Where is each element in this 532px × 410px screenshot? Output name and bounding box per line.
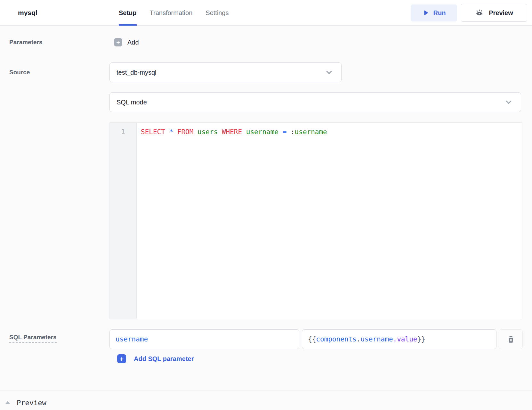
source-label: Source	[9, 69, 30, 76]
preview-button-label: Preview	[489, 9, 513, 17]
query-editor-panel: mysql Setup Transformation Settings Run	[0, 0, 532, 410]
add-sql-parameter-button[interactable]: + Add SQL parameter	[117, 354, 194, 363]
trash-icon	[507, 335, 515, 343]
header-actions: Run Preview	[411, 0, 527, 26]
header: mysql Setup Transformation Settings Run	[0, 0, 532, 26]
editor-gutter: 1	[110, 123, 137, 319]
sql-parameters-label: SQL Parameters	[9, 334, 57, 343]
query-title: mysql	[18, 0, 37, 26]
chevron-down-icon	[325, 68, 334, 77]
preview-panel-label: Preview	[17, 399, 46, 407]
eye-icon	[475, 9, 484, 17]
tab-bar: Setup Transformation Settings	[119, 0, 229, 26]
delete-parameter-button[interactable]	[499, 329, 523, 349]
run-button[interactable]: Run	[411, 4, 457, 21]
tab-transformation[interactable]: Transformation	[150, 0, 193, 26]
run-button-label: Run	[433, 9, 446, 17]
sql-code-editor[interactable]: 1 SELECT * FROM users WHERE username = :…	[109, 122, 522, 319]
tab-setup[interactable]: Setup	[119, 0, 137, 26]
source-selected-value: test_db-mysql	[117, 69, 157, 76]
sql-parameter-value-input[interactable]: {{components.username.value}}	[302, 329, 496, 349]
query-mode-selected-value: SQL mode	[117, 99, 147, 106]
add-sql-parameter-label: Add SQL parameter	[134, 355, 194, 363]
add-parameter-button[interactable]: + Add	[114, 38, 139, 46]
sql-parameter-key-value: username	[116, 335, 148, 343]
plus-icon: +	[114, 38, 122, 46]
preview-panel-toggle[interactable]: Preview	[5, 397, 46, 408]
chevron-down-icon	[504, 98, 513, 107]
footer-divider	[0, 390, 532, 390]
line-number: 1	[121, 127, 125, 135]
parameters-label: Parameters	[9, 39, 43, 46]
sql-parameter-key-input[interactable]: username	[109, 329, 299, 349]
editor-code-line[interactable]: SELECT * FROM users WHERE username = :us…	[137, 123, 522, 319]
add-parameter-label: Add	[127, 39, 139, 46]
tab-settings[interactable]: Settings	[206, 0, 229, 26]
play-icon	[422, 10, 429, 16]
query-mode-select[interactable]: SQL mode	[109, 92, 521, 112]
preview-button[interactable]: Preview	[461, 4, 527, 22]
source-select[interactable]: test_db-mysql	[109, 62, 342, 82]
triangle-up-icon	[5, 401, 10, 404]
plus-icon: +	[117, 354, 126, 363]
